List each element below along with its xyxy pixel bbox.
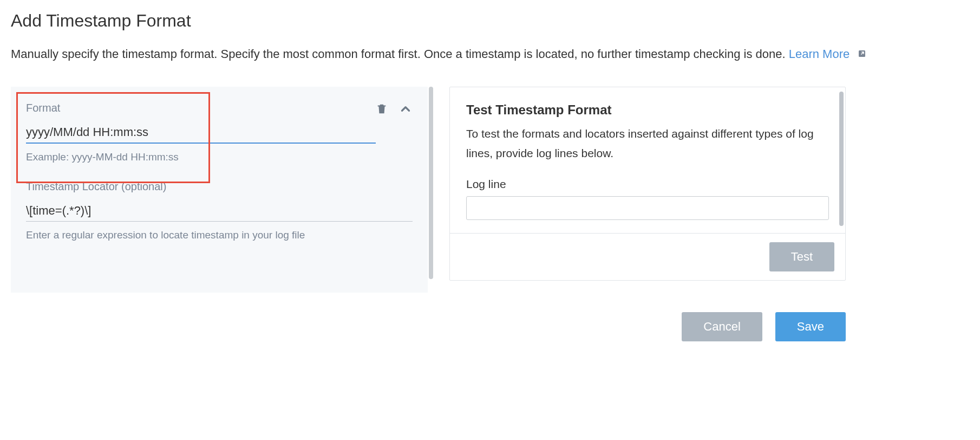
format-field-group: Format Example: yyyy-MM-dd HH:mm:ss bbox=[26, 102, 376, 163]
external-link-icon bbox=[857, 44, 867, 64]
chevron-up-icon[interactable] bbox=[398, 102, 413, 116]
test-description: To test the formats and locators inserte… bbox=[466, 124, 829, 163]
locator-label: Timestamp Locator (optional) bbox=[26, 180, 413, 193]
card-header: Format Example: yyyy-MM-dd HH:mm:ss bbox=[26, 102, 413, 180]
format-input[interactable] bbox=[26, 122, 376, 144]
format-panel: Format Example: yyyy-MM-dd HH:mm:ss bbox=[11, 87, 428, 293]
log-line-label: Log line bbox=[466, 178, 829, 191]
format-label: Format bbox=[26, 102, 376, 114]
format-card: Format Example: yyyy-MM-dd HH:mm:ss bbox=[11, 87, 428, 293]
scrollbar-left[interactable] bbox=[429, 87, 433, 279]
test-panel: Test Timestamp Format To test the format… bbox=[449, 87, 846, 281]
locator-helper-text: Enter a regular expression to locate tim… bbox=[26, 229, 413, 241]
scrollbar-right[interactable] bbox=[839, 92, 844, 226]
learn-more-label: Learn More bbox=[789, 47, 850, 61]
page-title: Add Timestamp Format bbox=[11, 11, 969, 31]
page-description: Manually specify the timestamp format. S… bbox=[11, 44, 969, 65]
main-container: Format Example: yyyy-MM-dd HH:mm:ss bbox=[11, 87, 969, 293]
test-button[interactable]: Test bbox=[769, 242, 834, 271]
test-button-row: Test bbox=[450, 233, 845, 280]
description-text: Manually specify the timestamp format. S… bbox=[11, 47, 789, 61]
card-actions bbox=[376, 102, 413, 116]
test-panel-content: Test Timestamp Format To test the format… bbox=[450, 87, 845, 233]
locator-input[interactable] bbox=[26, 200, 413, 222]
save-button[interactable]: Save bbox=[775, 312, 846, 341]
test-title: Test Timestamp Format bbox=[466, 102, 829, 118]
format-example-text: Example: yyyy-MM-dd HH:mm:ss bbox=[26, 151, 376, 163]
locator-field-group: Timestamp Locator (optional) Enter a reg… bbox=[26, 180, 413, 241]
trash-icon[interactable] bbox=[376, 102, 388, 115]
learn-more-link[interactable]: Learn More bbox=[789, 47, 867, 61]
log-line-input[interactable] bbox=[466, 196, 829, 220]
cancel-button[interactable]: Cancel bbox=[682, 312, 762, 341]
footer-actions: Cancel Save bbox=[11, 312, 846, 341]
